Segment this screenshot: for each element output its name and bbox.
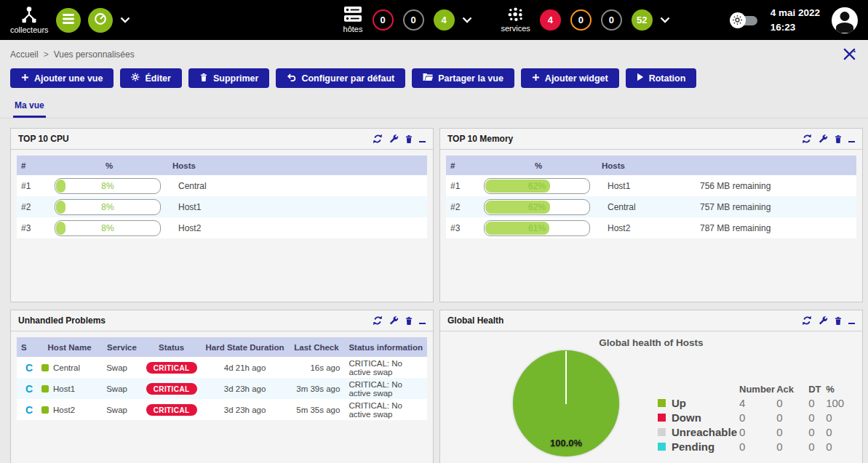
header-right-group: 4 mai 2022 16:23 xyxy=(730,6,858,34)
last-check-cell: 3m 39s ago xyxy=(289,378,345,399)
widget-unhandled-problems: Unhandled Problems xyxy=(10,310,434,463)
host-cell: Central xyxy=(597,196,696,217)
host-link[interactable]: Host2 xyxy=(53,406,75,414)
service-link[interactable]: Swap xyxy=(102,399,141,420)
share-view-button[interactable]: Partager la vue xyxy=(412,68,514,88)
minimize-icon[interactable] xyxy=(419,141,426,144)
duration-cell: 3d 23h ago xyxy=(202,399,289,420)
set-default-button[interactable]: Configurer par défaut xyxy=(276,68,405,88)
wrench-icon[interactable] xyxy=(818,134,828,144)
hosts-down-badge[interactable]: 0 xyxy=(373,9,394,31)
health-legend: Number Ack DT % Up 4 0 0 100 D xyxy=(657,384,856,455)
edit-view-button[interactable]: Éditer xyxy=(120,68,181,88)
poller-list-icon xyxy=(62,13,75,28)
delete-view-button[interactable]: Supprimer xyxy=(188,68,270,88)
hosts-chevron-down-icon[interactable] xyxy=(462,17,472,23)
rotation-button[interactable]: Rotation xyxy=(626,68,697,88)
rank-cell: #3 xyxy=(17,217,50,238)
host-link[interactable]: Host1 xyxy=(53,385,75,393)
widget-title: TOP 10 CPU xyxy=(18,134,69,144)
trash-icon[interactable] xyxy=(834,316,843,326)
centreon-logo-icon[interactable]: C xyxy=(25,362,33,374)
gear-icon xyxy=(131,73,140,84)
customize-view-icon[interactable] xyxy=(843,47,856,61)
table-row: C Host1 Swap CRITICAL 3d 23h ago 3m 39s … xyxy=(17,378,427,399)
user-avatar[interactable] xyxy=(832,7,858,33)
unreachable-swatch-icon xyxy=(658,428,666,436)
host-link[interactable]: Central xyxy=(53,363,80,372)
column-header: Service xyxy=(102,337,141,357)
trash-icon[interactable] xyxy=(405,134,413,144)
hosts-menu[interactable]: hôtes xyxy=(343,7,363,33)
column-header: Hosts xyxy=(597,156,696,175)
legend-number: 4 xyxy=(738,397,776,411)
legend-row: Unreachable 0 0 0 0 xyxy=(657,426,856,440)
widget-body: S Host Name Service Status Hard State Du… xyxy=(11,331,433,463)
trash-icon[interactable] xyxy=(405,316,413,326)
date-text: 4 mai 2022 xyxy=(771,6,820,20)
hosts-label: hôtes xyxy=(343,25,363,33)
chart-title: Global health of Hosts xyxy=(440,337,862,348)
refresh-icon[interactable] xyxy=(373,134,383,144)
wrench-icon[interactable] xyxy=(818,315,828,326)
add-widget-button[interactable]: Ajouter widget xyxy=(521,68,619,88)
pollers-list-button[interactable] xyxy=(56,8,81,33)
latency-gauge-button[interactable] xyxy=(88,8,113,33)
widget-top10-memory: TOP 10 Memory xyxy=(439,128,863,302)
problems-table: S Host Name Service Status Hard State Du… xyxy=(17,337,427,420)
table-row: #1 8% Central xyxy=(17,175,427,196)
services-chevron-down-icon[interactable] xyxy=(660,17,670,23)
top-bar: collecteurs xyxy=(0,0,868,40)
theme-toggle[interactable] xyxy=(730,12,759,28)
legend-column: Ack xyxy=(776,384,808,397)
services-unknown-badge[interactable]: 0 xyxy=(601,9,622,31)
pollers-chevron-down-icon[interactable] xyxy=(120,17,130,23)
table-row: #2 8% Host1 xyxy=(17,196,427,217)
services-warning-badge[interactable]: 0 xyxy=(570,9,592,31)
legend-pct: 0 xyxy=(825,440,856,455)
host-cell: Host2 xyxy=(597,217,696,238)
service-link[interactable]: Swap xyxy=(102,378,141,399)
legend-column: Number xyxy=(738,384,776,397)
host-up-status-icon xyxy=(41,385,49,392)
column-header: Status information xyxy=(344,337,427,357)
duration-cell: 3d 23h ago xyxy=(202,378,289,399)
widget-header: Global Health xyxy=(440,310,862,331)
pollers-menu[interactable]: collecteurs xyxy=(10,6,49,34)
pollers-icon xyxy=(20,6,39,25)
wrench-icon[interactable] xyxy=(389,315,399,326)
button-label: Supprimer xyxy=(213,73,259,84)
services-critical-badge[interactable]: 4 xyxy=(540,9,561,31)
hosts-health-pie-chart: 100.0% xyxy=(513,350,619,456)
hosts-unreachable-badge[interactable]: 0 xyxy=(403,9,424,31)
remaining-cell: 756 MB remaining xyxy=(696,175,856,196)
refresh-icon[interactable] xyxy=(802,134,812,144)
minimize-icon[interactable] xyxy=(848,141,855,144)
tab-ma-vue[interactable]: Ma vue xyxy=(13,100,46,118)
services-menu[interactable]: services xyxy=(501,7,530,33)
plus-icon xyxy=(21,73,29,84)
memory-table: # % Hosts #1 62% Host1 756 MB re xyxy=(446,156,856,238)
widget-title: TOP 10 Memory xyxy=(447,134,513,144)
centreon-logo-icon[interactable]: C xyxy=(25,404,33,416)
refresh-icon[interactable] xyxy=(802,315,812,326)
percent-label: 62% xyxy=(485,200,589,214)
wrench-icon[interactable] xyxy=(389,134,399,144)
services-ok-badge[interactable]: 52 xyxy=(632,9,653,31)
minimize-icon[interactable] xyxy=(419,323,426,326)
memory-progress-bar: 61% xyxy=(484,220,590,236)
button-label: Rotation xyxy=(649,73,686,84)
memory-progress-bar: 62% xyxy=(484,178,590,194)
legend-row: Down 0 0 0 0 xyxy=(657,411,856,426)
button-label: Configurer par défaut xyxy=(301,73,394,84)
add-view-button[interactable]: Ajouter une vue xyxy=(10,68,114,88)
breadcrumb-home-link[interactable]: Accueil xyxy=(10,49,39,60)
service-link[interactable]: Swap xyxy=(102,357,141,378)
widget-header: Unhandled Problems xyxy=(11,310,433,331)
centreon-logo-icon[interactable]: C xyxy=(25,383,33,395)
refresh-icon[interactable] xyxy=(373,315,383,326)
trash-icon[interactable] xyxy=(834,134,843,144)
plus-icon xyxy=(532,73,540,84)
minimize-icon[interactable] xyxy=(848,323,855,326)
hosts-up-badge[interactable]: 4 xyxy=(434,9,455,31)
